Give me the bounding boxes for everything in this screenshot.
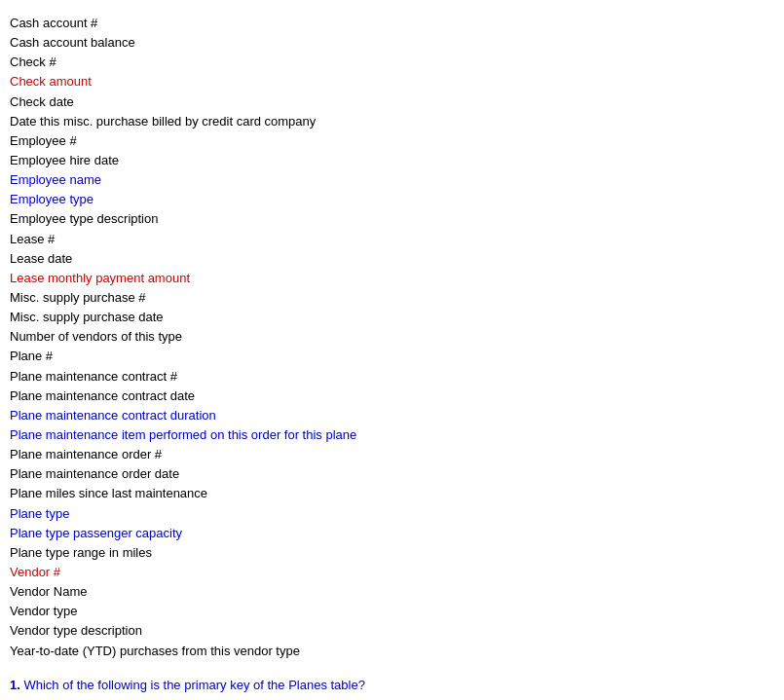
attributes-list: Cash account #Cash account balanceCheck … xyxy=(10,14,774,661)
attribute-item: Plane maintenance order # xyxy=(10,445,774,464)
question-item: 2. Which of the following is the primary… xyxy=(10,695,774,700)
attribute-item: Year-to-date (YTD) purchases from this v… xyxy=(10,642,774,661)
attribute-item: Lease # xyxy=(10,230,774,249)
attribute-item: Vendor Name xyxy=(10,582,774,602)
attribute-item: Plane maintenance contract # xyxy=(10,367,774,387)
question-number: 1. xyxy=(10,678,23,692)
attribute-item: Plane maintenance contract duration xyxy=(10,406,774,425)
attribute-item: Misc. supply purchase date xyxy=(10,308,774,327)
questions-section: 1. Which of the following is the primary… xyxy=(10,675,774,700)
attribute-item: Cash account balance xyxy=(10,33,774,53)
attribute-item: Plane maintenance contract date xyxy=(10,387,774,406)
attribute-item: Employee hire date xyxy=(10,151,774,170)
attribute-item: Employee type xyxy=(10,190,774,209)
attribute-item: Check # xyxy=(10,53,774,72)
attribute-item: Check date xyxy=(10,92,774,112)
attribute-item: Plane # xyxy=(10,347,774,366)
attribute-item: Plane type xyxy=(10,504,774,524)
attribute-item: Date this misc. purchase billed by credi… xyxy=(10,112,774,131)
attribute-item: Plane type passenger capacity xyxy=(10,524,774,543)
attribute-item: Check amount xyxy=(10,72,774,92)
question-item: 1. Which of the following is the primary… xyxy=(10,675,774,695)
attribute-item: Employee # xyxy=(10,131,774,151)
attribute-item: Plane maintenance order date xyxy=(10,464,774,484)
attribute-item: Lease date xyxy=(10,249,774,269)
attribute-item: Vendor # xyxy=(10,563,774,582)
attribute-item: Employee name xyxy=(10,170,774,190)
attribute-item: Misc. supply purchase # xyxy=(10,288,774,308)
attribute-item: Employee type description xyxy=(10,209,774,229)
attribute-item: Plane miles since last maintenance xyxy=(10,484,774,503)
attribute-item: Plane type range in miles xyxy=(10,543,774,563)
attribute-item: Vendor type description xyxy=(10,621,774,641)
attribute-item: Lease monthly payment amount xyxy=(10,269,774,288)
attribute-item: Vendor type xyxy=(10,602,774,621)
attribute-item: Number of vendors of this type xyxy=(10,327,774,347)
attribute-item: Plane maintenance item performed on this… xyxy=(10,425,774,445)
attribute-item: Cash account # xyxy=(10,14,774,33)
